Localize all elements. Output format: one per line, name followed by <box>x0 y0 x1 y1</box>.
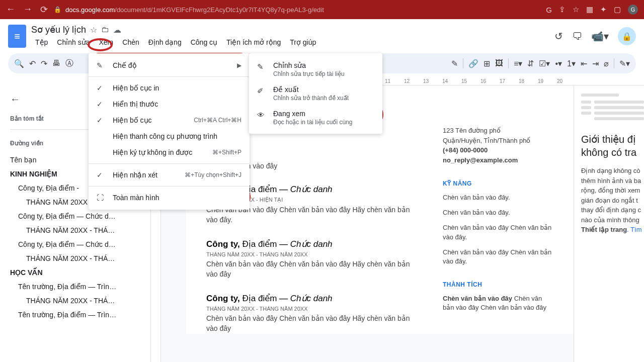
submenu-title: Đề xuất <box>273 85 374 94</box>
dropdown-non-printing[interactable]: Hiện ký tự không in được ⌘+Shift+P <box>89 144 250 160</box>
back-button[interactable]: ← <box>6 4 15 15</box>
dropdown-fullscreen[interactable]: ⛶ Toàn màn hình <box>89 190 250 206</box>
ruler-tick: 13 <box>423 78 429 84</box>
url-path: /document/d/1mKGVElFcFhwrg2EAcyDtc1y0r7l… <box>115 6 324 14</box>
share-button[interactable]: 🔒 <box>618 27 636 45</box>
history-icon[interactable]: ↺ <box>554 30 563 42</box>
template-preview <box>581 94 644 123</box>
outline-item[interactable]: THÁNG NĂM 20XX - THÁ… <box>10 251 140 265</box>
submenu-viewing[interactable]: 👁 Đang xemĐọc hoặc in tài liệu cuối cùng <box>249 106 382 130</box>
menu-insert[interactable]: Chèn <box>118 36 143 48</box>
move-icon[interactable]: 🗀 <box>101 25 109 34</box>
panel-title: Giới thiệu địkhông có tra <box>581 133 644 159</box>
job-title: Công ty, Địa điểm — Chức danh <box>206 239 413 249</box>
profile-badge[interactable]: G <box>628 5 638 15</box>
window-icon[interactable]: ▢ <box>614 5 621 14</box>
indent-decrease-icon[interactable]: ⇤ <box>581 59 587 68</box>
checklist-icon[interactable]: ☑▾ <box>539 59 550 68</box>
section-heading: KỸ NĂNG <box>443 180 553 187</box>
url-domain: docs.google.com <box>65 6 115 14</box>
redo-icon[interactable]: ↷ <box>41 59 47 68</box>
indent-increase-icon[interactable]: ⇥ <box>592 59 599 68</box>
forward-button[interactable]: → <box>23 4 32 15</box>
number-list-icon[interactable]: 1▾ <box>567 59 576 68</box>
job-desc: Chèn văn bản vào đây Chèn văn bản vào đâ… <box>206 259 413 279</box>
job-date: THÁNG NĂM 20XX - THÁNG NĂM 20XX <box>206 306 413 312</box>
bullet-list-icon[interactable]: •▾ <box>555 59 562 68</box>
menu-format[interactable]: Định dạng <box>144 36 186 48</box>
menu-file[interactable]: Tệp <box>31 36 52 48</box>
undo-icon[interactable]: ↶ <box>29 59 36 68</box>
share-icon[interactable]: ⇪ <box>559 5 566 14</box>
align-icon[interactable]: ≡▾ <box>514 59 522 68</box>
menu-edit[interactable]: Chỉnh sửa <box>53 36 94 48</box>
ruler-tick: 11 <box>385 78 390 84</box>
star-icon[interactable]: ☆ <box>573 5 579 14</box>
dropdown-show-ruler[interactable]: ✓ Hiển thị thước <box>89 96 250 112</box>
menu-extensions[interactable]: Tiện ích mở rộng <box>222 36 285 48</box>
print-icon[interactable]: 🖶 <box>52 59 60 68</box>
link-icon[interactable]: 🔗 <box>468 59 478 68</box>
submenu-title: Đang xem <box>273 110 374 118</box>
editing-mode-icon[interactable]: ✎▾ <box>619 59 630 68</box>
comments-icon[interactable]: 🗨 <box>572 31 582 42</box>
dropdown-equation-toolbar[interactable]: Hiện thanh công cụ phương trình <box>89 128 250 144</box>
dropdown-label: Hiển thị thước <box>113 100 242 108</box>
view-dropdown: ✎ Chế độ ▶ ✓ Hiện bố cục in ✓ Hiển thị t… <box>89 53 250 210</box>
dropdown-print-layout[interactable]: ✓ Hiện bố cục in <box>89 80 250 96</box>
spellcheck-icon[interactable]: Ⓐ <box>65 58 73 69</box>
submenu-desc: Chỉnh sửa trở thành đề xuất <box>273 95 374 102</box>
google-icon[interactable]: G <box>546 6 552 14</box>
ruler-tick: 15 <box>461 78 467 84</box>
contact-info: 123 Tên đường phố Quận/Huyện, Tỉnh/Thành… <box>443 126 553 165</box>
learn-more-link[interactable]: . Tìm <box>627 226 641 233</box>
menu-tools[interactable]: Công cụ <box>187 36 221 48</box>
check-icon: ✓ <box>97 100 107 108</box>
puzzle-icon[interactable]: ✦ <box>600 5 607 14</box>
skill-text: Chèn văn bản vào đây Chèn văn bản vào đâ… <box>443 223 553 241</box>
docs-logo-icon[interactable]: ≡ <box>8 25 26 48</box>
dropdown-label: Hiện nhận xét <box>113 171 179 179</box>
image-icon[interactable]: 🖼 <box>495 59 503 68</box>
outline-item[interactable]: Tên trường, Địa điểm — Trìn… <box>10 308 140 322</box>
submenu-editing[interactable]: ✎ Chỉnh sửaChỉnh sửa trực tiếp tài liệu <box>249 57 382 81</box>
submenu-desc: Đọc hoặc in tài liệu cuối cùng <box>273 119 374 126</box>
document-title[interactable]: Sơ yếu lý lịch <box>31 24 86 35</box>
outline-item[interactable]: Công ty, Địa điểm — Chức d… <box>10 209 140 223</box>
clear-format-icon[interactable]: ⌀ <box>604 59 609 68</box>
reload-button[interactable]: ⟳ <box>40 4 48 15</box>
shortcut: ⌘+Tùy chọn+Shift+J <box>185 171 242 178</box>
job-title: Công ty, Địa điểm — Chức danh <box>206 293 413 304</box>
outline-item[interactable]: Tên trường, Địa điểm — Trìn… <box>10 280 140 294</box>
dropdown-mode[interactable]: ✎ Chế độ ▶ <box>89 57 250 73</box>
cloud-icon[interactable]: ☁ <box>113 25 121 35</box>
menu-help[interactable]: Trợ giúp <box>286 36 320 48</box>
back-arrow-icon[interactable]: ← <box>10 94 20 105</box>
grid-icon[interactable]: ▦ <box>586 5 593 14</box>
dropdown-show-outline[interactable]: ✓ Hiện bố cục Ctrl+⌘A Ctrl+⌘H <box>89 112 250 128</box>
outline-item[interactable]: THÁNG NĂM 20XX - THÁ… <box>10 223 140 237</box>
submenu-desc: Chỉnh sửa trực tiếp tài liệu <box>273 70 374 77</box>
submenu-suggesting[interactable]: ✐ Đề xuấtChỉnh sửa trở thành đề xuất <box>249 81 382 106</box>
star-icon[interactable]: ☆ <box>90 25 97 35</box>
highlight-icon[interactable]: ✎ <box>451 59 458 68</box>
line-spacing-icon[interactable]: ⇵ <box>527 59 534 68</box>
outline-item[interactable]: THÁNG NĂM 20XX - THÁ… <box>10 294 140 308</box>
submenu-title: Chỉnh sửa <box>273 61 374 69</box>
ruler-tick: 16 <box>480 78 486 84</box>
outline-item[interactable]: HỌC VẤN <box>10 265 140 280</box>
dropdown-label: Toàn màn hình <box>113 194 242 202</box>
right-panel: Giới thiệu địkhông có tra Định dạng khôn… <box>574 85 644 362</box>
menu-bar: Tệp Chỉnh sửa Xem Chèn Định dạng Công cụ… <box>31 36 549 48</box>
search-icon[interactable]: 🔍 <box>14 59 24 68</box>
chevron-right-icon: ▶ <box>237 62 242 69</box>
eye-icon: 👁 <box>257 111 267 119</box>
menu-view[interactable]: Xem <box>95 36 118 48</box>
ruler-tick: 19 <box>538 78 543 84</box>
meet-icon[interactable]: 📹▾ <box>591 30 609 42</box>
outline-item[interactable]: Công ty, Địa điểm — Chức d… <box>10 237 140 251</box>
comment-icon[interactable]: ⊞ <box>484 59 490 68</box>
dropdown-show-comments[interactable]: ✓ Hiện nhận xét ⌘+Tùy chọn+Shift+J <box>89 167 250 183</box>
url-bar[interactable]: 🔒 docs.google.com/document/d/1mKGVElFcFh… <box>54 6 540 14</box>
skill-text: Chèn văn bản vào đây. <box>443 208 553 217</box>
